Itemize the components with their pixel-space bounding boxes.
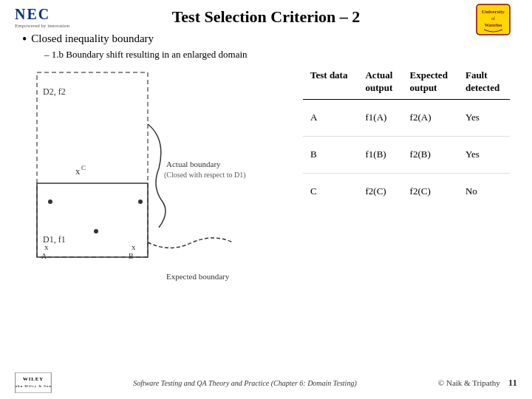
svg-text:A: A bbox=[41, 252, 47, 260]
table-row: A f1(A) f2(A) Yes bbox=[303, 99, 510, 136]
nec-logo-text: NEC bbox=[15, 6, 50, 23]
main-bullet-text: Closed inequality boundary bbox=[31, 33, 154, 45]
wiley-logo: WILEY John Wiley & Sons bbox=[15, 372, 52, 393]
main-layout: D2, f2 x C x A x B D1, f1 Actual boundar… bbox=[22, 65, 510, 301]
cell-actual-b: f1(B) bbox=[358, 136, 402, 173]
cell-test-a: A bbox=[303, 99, 358, 136]
svg-point-19 bbox=[94, 229, 98, 233]
cell-expected-a: f2(A) bbox=[403, 99, 458, 136]
table-row: C f2(C) f2(C) No bbox=[303, 173, 510, 209]
svg-text:B: B bbox=[129, 252, 134, 260]
table-area: Test data Actualoutput Expectedoutput Fa… bbox=[296, 65, 510, 301]
main-bullet: • Closed inequality boundary bbox=[22, 33, 510, 46]
cell-test-c: C bbox=[303, 173, 358, 209]
sub-bullet: – 1.b Boundary shift resulting in an enl… bbox=[44, 49, 510, 61]
col-expected-output: Expectedoutput bbox=[403, 65, 458, 99]
svg-text:Actual boundary: Actual boundary bbox=[166, 160, 221, 168]
table-row: B f1(B) f2(B) Yes bbox=[303, 136, 510, 173]
cell-fault-a: Yes bbox=[458, 99, 510, 136]
cell-actual-a: f1(A) bbox=[358, 99, 402, 136]
footer-citation: Software Testing and QA Theory and Pract… bbox=[52, 379, 438, 387]
cell-fault-b: Yes bbox=[458, 136, 510, 173]
svg-point-18 bbox=[138, 200, 143, 204]
page-title: Test Selection Criterion – 2 bbox=[172, 7, 361, 27]
svg-text:Waterloo: Waterloo bbox=[485, 23, 502, 27]
cell-expected-b: f2(B) bbox=[403, 136, 458, 173]
cell-expected-c: f2(C) bbox=[403, 173, 458, 209]
diagram-area: D2, f2 x C x A x B D1, f1 Actual boundar… bbox=[22, 65, 296, 301]
nec-logo-sub: Empowered by innovation bbox=[15, 23, 69, 29]
svg-text:Expected boundary: Expected boundary bbox=[166, 272, 230, 281]
wiley-logo-img: WILEY John Wiley & Sons bbox=[15, 372, 52, 393]
data-table: Test data Actualoutput Expectedoutput Fa… bbox=[303, 65, 510, 209]
svg-text:University: University bbox=[482, 9, 505, 15]
table-header-row: Test data Actualoutput Expectedoutput Fa… bbox=[303, 65, 510, 99]
header: NEC Empowered by innovation Test Selecti… bbox=[0, 0, 532, 30]
main-content: • Closed inequality boundary – 1.b Bound… bbox=[0, 30, 532, 301]
sub-bullet-text: – 1.b Boundary shift resulting in an enl… bbox=[44, 49, 248, 60]
svg-text:of: of bbox=[491, 16, 495, 21]
svg-text:D1, f1: D1, f1 bbox=[43, 234, 66, 245]
svg-text:x: x bbox=[132, 242, 136, 251]
footer-citation-text: Software Testing and QA Theory and Pract… bbox=[133, 379, 357, 387]
footer-right: © Naik & Tripathy 11 bbox=[438, 377, 517, 389]
page-number: 11 bbox=[508, 377, 517, 388]
footer: WILEY John Wiley & Sons Software Testing… bbox=[0, 372, 532, 393]
svg-text:John Wiley & Sons: John Wiley & Sons bbox=[16, 384, 51, 388]
cell-test-b: B bbox=[303, 136, 358, 173]
svg-text:D2, f2: D2, f2 bbox=[43, 86, 66, 97]
svg-text:(Closed with respect to D1): (Closed with respect to D1) bbox=[164, 171, 246, 180]
svg-text:x: x bbox=[75, 166, 81, 177]
cell-fault-c: No bbox=[458, 173, 510, 209]
nec-logo: NEC Empowered by innovation bbox=[15, 6, 69, 29]
waterloo-logo: University of Waterloo bbox=[473, 3, 517, 36]
svg-text:WILEY: WILEY bbox=[23, 376, 44, 381]
cell-actual-c: f2(C) bbox=[358, 173, 402, 209]
footer-copyright: © Naik & Tripathy bbox=[438, 378, 500, 387]
bullet-icon: • bbox=[22, 33, 27, 46]
svg-text:C: C bbox=[81, 164, 86, 171]
col-actual-output: Actualoutput bbox=[358, 65, 402, 99]
col-test-data: Test data bbox=[303, 65, 358, 99]
svg-rect-4 bbox=[37, 72, 148, 257]
col-fault-detected: Faultdetected bbox=[458, 65, 510, 99]
svg-point-17 bbox=[48, 200, 52, 204]
